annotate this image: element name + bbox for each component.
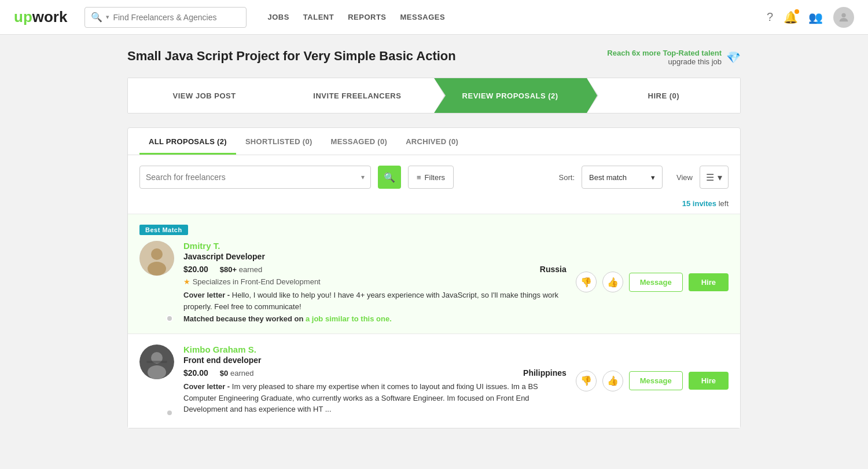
proposal-role-1: Front end developer xyxy=(183,356,567,365)
proposal-name-0[interactable]: Dmitry T. xyxy=(183,241,567,251)
proposal-cover-1: Cover letter - Im very pleased to share … xyxy=(183,381,567,415)
proposal-tabs: ALL PROPOSALS (2) SHORTLISTED (0) MESSAG… xyxy=(128,128,740,155)
tab-shortlisted[interactable]: SHORTLISTED (0) xyxy=(236,128,322,155)
invites-left: left xyxy=(719,199,729,208)
notification-dot xyxy=(795,9,799,14)
nav-talent[interactable]: TALENT xyxy=(303,13,334,21)
list-view-icon: ☰ xyxy=(706,172,714,183)
search-dropdown-chevron[interactable]: ▾ xyxy=(361,173,365,181)
svg-point-2 xyxy=(151,248,163,260)
tab-invite-freelancers[interactable]: INVITE FREELANCERS xyxy=(281,78,433,113)
nav-reports[interactable]: REPORTS xyxy=(348,13,386,21)
avatar[interactable] xyxy=(833,7,854,28)
filter-row: ▾ 🔍 ≡ Filters Sort: Best match ▾ View ☰ … xyxy=(128,155,740,199)
proposal-meta-1: $20.00 $0 earned Philippines xyxy=(183,368,567,378)
message-button-0[interactable]: Message xyxy=(629,273,683,292)
proposal-avatar-wrap-0 xyxy=(139,241,174,323)
main-search[interactable]: 🔍 ▾ xyxy=(84,7,247,28)
hire-button-0[interactable]: Hire xyxy=(689,273,729,291)
invites-count[interactable]: 15 invites xyxy=(682,199,716,208)
logo[interactable]: upwork xyxy=(14,8,67,26)
like-button-1[interactable]: 👍 xyxy=(602,371,623,391)
upgrade-section: Reach 6x more Top-Rated talent upgrade t… xyxy=(607,49,741,66)
online-dot-1 xyxy=(166,409,173,416)
sort-chevron: ▾ xyxy=(651,173,655,182)
notification-icon[interactable]: 🔔 xyxy=(784,10,798,24)
dislike-button-0[interactable]: 👎 xyxy=(576,272,597,292)
nav-messages[interactable]: MESSAGES xyxy=(400,13,446,21)
team-icon[interactable]: 👥 xyxy=(808,10,823,24)
job-title: Small Java Script Project for Very Simpl… xyxy=(127,49,456,64)
proposal-earned-0: $80+ earned xyxy=(220,265,262,274)
like-button-0[interactable]: 👍 xyxy=(602,272,623,292)
filter-icon: ≡ xyxy=(417,173,421,182)
main-nav: JOBS TALENT REPORTS MESSAGES xyxy=(267,13,445,21)
message-button-1[interactable]: Message xyxy=(629,371,683,390)
search-dropdown-arrow[interactable]: ▾ xyxy=(106,13,109,21)
proposal-avatar-0 xyxy=(139,241,174,276)
sort-value: Best match xyxy=(589,173,627,182)
proposal-item-1: Kimbo Graham S. Front end developer $20.… xyxy=(128,334,740,428)
match-link-0[interactable]: a job similar to this one. xyxy=(306,314,392,323)
proposal-info-1: Kimbo Graham S. Front end developer $20.… xyxy=(183,345,567,417)
proposal-skills-0: ★ Specializes in Front-End Development xyxy=(183,277,567,286)
main-content: Small Java Script Project for Very Simpl… xyxy=(116,35,752,442)
hire-button-1[interactable]: Hire xyxy=(689,372,729,390)
online-dot-0 xyxy=(166,315,173,322)
tab-hire[interactable]: HIRE (0) xyxy=(587,78,740,113)
proposal-role-0: Javascript Developer xyxy=(183,252,567,261)
best-match-badge: Best Match xyxy=(139,225,188,235)
tab-archived[interactable]: ARCHIVED (0) xyxy=(396,128,468,155)
sort-label: Sort: xyxy=(559,173,575,182)
tab-messaged[interactable]: MESSAGED (0) xyxy=(322,128,397,155)
dislike-button-1[interactable]: 👎 xyxy=(576,371,597,391)
proposals-card: ALL PROPOSALS (2) SHORTLISTED (0) MESSAG… xyxy=(127,127,741,428)
proposal-item-0: Best Match Dmitry T. Javascript Develope… xyxy=(128,214,740,334)
proposal-info-0: Dmitry T. Javascript Developer $20.00 $8… xyxy=(183,241,567,323)
view-chevron: ▾ xyxy=(718,172,722,183)
proposal-match-0: Matched because they worked on a job sim… xyxy=(183,314,567,323)
header-right: ? 🔔 👥 xyxy=(767,7,854,28)
upgrade-sub: upgrade this job xyxy=(607,57,722,66)
tab-view-job-post[interactable]: VIEW JOB POST xyxy=(128,78,281,113)
svg-point-6 xyxy=(148,365,166,379)
search-button[interactable]: 🔍 xyxy=(378,166,401,189)
proposal-inner-1: Kimbo Graham S. Front end developer $20.… xyxy=(139,345,729,417)
proposal-avatar-wrap-1 xyxy=(139,345,174,417)
search-icon: 🔍 xyxy=(91,12,102,23)
proposal-cover-0: Cover letter - Hello, I would like to he… xyxy=(183,290,567,312)
proposal-country-1: Philippines xyxy=(523,368,567,378)
filter-label: Filters xyxy=(425,173,445,182)
tab-review-proposals[interactable]: REVIEW PROPOSALS (2) xyxy=(434,78,587,113)
proposal-meta-0: $20.00 $80+ earned Russia xyxy=(183,265,567,274)
proposal-inner-0: Dmitry T. Javascript Developer $20.00 $8… xyxy=(139,241,729,323)
freelancer-search-input[interactable] xyxy=(146,173,358,182)
proposal-name-1[interactable]: Kimbo Graham S. xyxy=(183,345,567,354)
sort-select[interactable]: Best match ▾ xyxy=(582,166,663,189)
main-search-input[interactable] xyxy=(113,13,234,22)
svg-rect-7 xyxy=(146,361,167,363)
view-label: View xyxy=(676,173,693,182)
breadcrumb-tabs: VIEW JOB POST INVITE FREELANCERS REVIEW … xyxy=(127,78,741,113)
svg-point-0 xyxy=(841,13,845,17)
job-header: Small Java Script Project for Very Simpl… xyxy=(127,49,741,66)
filter-button[interactable]: ≡ Filters xyxy=(408,166,454,189)
upgrade-link[interactable]: Reach 6x more Top-Rated talent xyxy=(607,49,722,57)
header: upwork 🔍 ▾ JOBS TALENT REPORTS MESSAGES … xyxy=(0,0,868,35)
proposal-avatar-1 xyxy=(139,345,174,379)
tab-all-proposals[interactable]: ALL PROPOSALS (2) xyxy=(139,128,236,155)
proposal-actions-0: 👎 👍 Message Hire xyxy=(576,241,729,323)
star-icon-0: ★ xyxy=(183,277,190,286)
diamond-icon: 💎 xyxy=(726,50,741,64)
proposal-country-0: Russia xyxy=(540,265,567,274)
proposal-actions-1: 👎 👍 Message Hire xyxy=(576,345,729,417)
svg-point-3 xyxy=(148,262,166,276)
view-toggle[interactable]: ☰ ▾ xyxy=(700,166,729,189)
nav-jobs[interactable]: JOBS xyxy=(267,13,289,21)
proposal-rate-0: $20.00 xyxy=(183,265,208,274)
proposal-earned-1: $0 earned xyxy=(220,369,254,378)
invites-row: 15 invites left xyxy=(128,199,740,214)
help-icon[interactable]: ? xyxy=(767,10,773,24)
proposal-rate-1: $20.00 xyxy=(183,368,208,378)
freelancer-search[interactable]: ▾ xyxy=(139,166,371,189)
